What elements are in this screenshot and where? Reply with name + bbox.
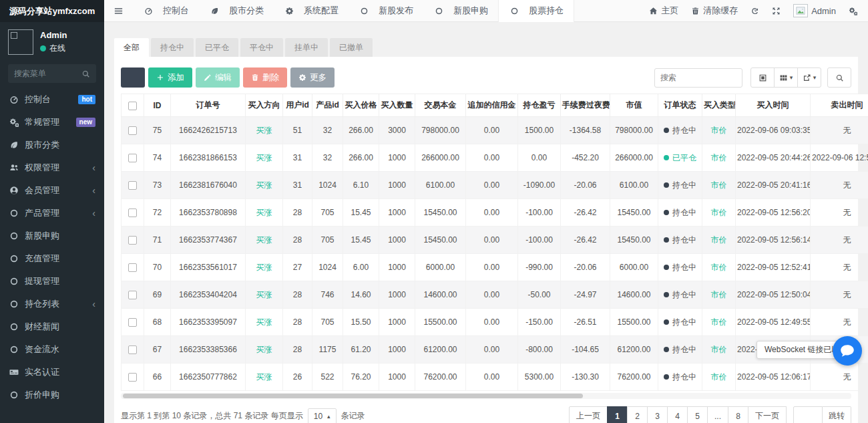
page-button[interactable]: 1 (607, 406, 628, 423)
page-button[interactable]: 4 (667, 406, 688, 423)
page-ellipsis[interactable]: ... (707, 406, 728, 423)
delete-button[interactable]: 删除 (243, 67, 287, 88)
cell-fee: -452.20 (561, 144, 610, 172)
row-checkbox[interactable] (128, 236, 137, 245)
sidebar-item[interactable]: 权限管理‹ (0, 156, 104, 179)
row-checkbox[interactable] (128, 154, 137, 162)
search-submit-button[interactable] (827, 67, 851, 88)
export-button[interactable]: ▾ (797, 67, 821, 88)
sidebar-item[interactable]: 折价申购 (0, 384, 104, 406)
cell-market-value: 6100.00 (610, 172, 658, 199)
topnav-item[interactable]: 控制台 (133, 0, 199, 22)
tab-已撤单[interactable]: 已撤单 (330, 38, 373, 57)
toolbar: 添加 编辑 删除 更多 ▾ ▾ (121, 67, 851, 88)
sidebar-item[interactable]: 产品管理‹ (0, 202, 104, 225)
sidebar-item[interactable]: 财经新闻 (0, 315, 104, 338)
tab-挂单中[interactable]: 挂单中 (285, 38, 328, 57)
tab-持仓中[interactable]: 持仓中 (151, 38, 194, 57)
clear-cache-link[interactable]: 清除缓存 (691, 5, 738, 17)
tab-已平仓[interactable]: 已平仓 (196, 38, 238, 57)
page-button[interactable]: 8 (728, 406, 748, 423)
refresh-button[interactable] (121, 67, 145, 88)
search-icon (835, 74, 844, 82)
page-button[interactable]: 5 (687, 406, 708, 423)
sidebar-item-label: 充值管理 (25, 253, 59, 265)
cell-market-value: 76200.00 (610, 364, 658, 391)
topnav-item[interactable]: 股票持仓 (498, 0, 574, 22)
topnav-item[interactable]: 新股申购 (423, 0, 498, 22)
sidebar-item[interactable]: 实名认证 (0, 361, 104, 384)
status-dot-icon (664, 237, 669, 243)
export-icon (803, 74, 811, 82)
row-checkbox[interactable] (128, 373, 137, 382)
user-panel: Admin 在线 (0, 22, 104, 59)
history-icon (750, 7, 759, 15)
settings-button[interactable] (849, 7, 857, 15)
row-checkbox[interactable] (128, 208, 137, 217)
sidebar-search[interactable] (8, 64, 96, 83)
sidebar-search-input[interactable] (14, 69, 81, 78)
sidebar-item[interactable]: 股市分类 (0, 134, 104, 156)
cell-buy-qty: 1000 (379, 199, 415, 227)
more-button[interactable]: 更多 (290, 67, 335, 88)
column-header: 手续费过夜费 (561, 94, 610, 117)
fullscreen-table-button[interactable] (750, 67, 775, 88)
page-button[interactable]: 3 (647, 406, 668, 423)
user-name: Admin (40, 30, 67, 40)
clear-cache-label: 清除缓存 (703, 5, 738, 17)
tab-平仓中[interactable]: 平仓中 (240, 38, 283, 57)
table-search-input[interactable] (654, 68, 742, 88)
admin-menu[interactable]: Admin (793, 4, 836, 17)
home-link[interactable]: 主页 (649, 5, 678, 17)
column-header: 买入价格 (343, 94, 379, 117)
sidebar-item[interactable]: 资金流水 (0, 338, 104, 361)
refresh-page-button[interactable] (750, 7, 759, 15)
page-button[interactable]: 2 (627, 406, 648, 423)
row-checkbox[interactable] (128, 318, 137, 327)
row-checkbox[interactable] (128, 181, 137, 190)
next-page-button[interactable]: 下一页 (748, 406, 787, 423)
cell-buy-qty: 3000 (379, 117, 415, 144)
fullscreen-button[interactable] (772, 7, 781, 15)
edit-button[interactable]: 编辑 (196, 67, 240, 88)
topnav-item-label: 股票持仓 (529, 5, 564, 17)
menu-toggle-button[interactable] (104, 6, 133, 16)
sidebar-item[interactable]: 控制台hot (0, 88, 104, 111)
cell-product-id: 32 (312, 144, 343, 172)
topnav-item[interactable]: 股市分类 (199, 0, 274, 22)
topnav-item[interactable]: 系统配置 (274, 0, 349, 22)
admin-avatar (793, 4, 808, 17)
cell-market-value: 15500.00 (610, 309, 658, 336)
cell-product-id: 522 (312, 364, 343, 391)
horizontal-scrollbar[interactable] (121, 393, 851, 399)
add-button[interactable]: 添加 (148, 67, 192, 88)
avatar (8, 29, 33, 55)
toolbar-right: ▾ ▾ (654, 67, 851, 88)
row-checkbox[interactable] (128, 345, 137, 354)
cell-user-id: 31 (283, 172, 312, 199)
status-tabs: 全部持仓中已平仓平仓中挂单中已撤单 (114, 38, 858, 57)
sidebar-item[interactable]: 会员管理‹ (0, 179, 104, 202)
columns-button[interactable]: ▾ (774, 67, 798, 88)
sidebar-item[interactable]: 常规管理new (0, 111, 104, 134)
row-checkbox[interactable] (128, 126, 137, 135)
cell-fee: -26.51 (561, 309, 610, 336)
row-checkbox[interactable] (128, 291, 137, 299)
sidebar-item[interactable]: 提现管理 (0, 270, 104, 293)
sidebar-item[interactable]: 充值管理 (0, 247, 104, 270)
tab-全部[interactable]: 全部 (114, 38, 149, 57)
chat-fab-button[interactable] (833, 336, 862, 366)
prev-page-button[interactable]: 上一页 (569, 406, 608, 423)
topnav-item[interactable]: 新股发布 (349, 0, 423, 22)
sidebar-item[interactable]: 新股申购 (0, 225, 104, 247)
row-checkbox[interactable] (128, 263, 137, 272)
cell-principal: 76200.00 (415, 364, 466, 391)
scrollbar-thumb[interactable] (123, 394, 583, 398)
select-all-checkbox[interactable] (128, 102, 137, 110)
jump-page-input[interactable] (793, 406, 823, 423)
sidebar-item[interactable]: 持仓列表‹ (0, 293, 104, 315)
cell-buy-type: 市价 (702, 117, 736, 144)
page-size-select[interactable]: 10 ▴ (308, 408, 337, 423)
jump-button[interactable]: 跳转 (823, 406, 851, 423)
cell-id: 74 (144, 144, 171, 172)
